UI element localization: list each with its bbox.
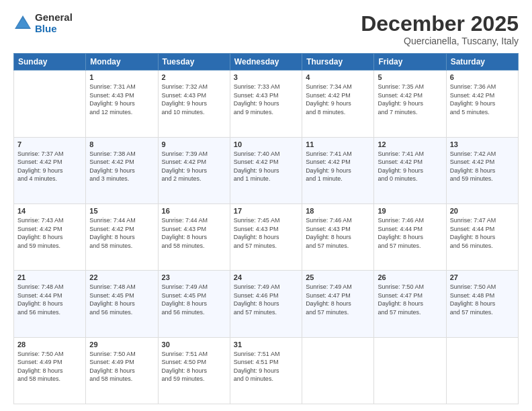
calendar-cell: 15Sunrise: 7:44 AM Sunset: 4:42 PM Dayli… xyxy=(86,203,158,270)
day-number: 8 xyxy=(89,140,154,148)
calendar-cell: 29Sunrise: 7:50 AM Sunset: 4:49 PM Dayli… xyxy=(86,337,158,404)
calendar-week-5: 28Sunrise: 7:50 AM Sunset: 4:49 PM Dayli… xyxy=(14,337,519,404)
day-info: Sunrise: 7:41 AM Sunset: 4:42 PM Dayligh… xyxy=(378,150,442,183)
day-number: 31 xyxy=(234,340,298,349)
day-info: Sunrise: 7:40 AM Sunset: 4:42 PM Dayligh… xyxy=(234,150,298,183)
svg-marker-1 xyxy=(16,18,30,28)
day-number: 26 xyxy=(378,273,442,281)
day-number: 22 xyxy=(89,273,154,281)
day-info: Sunrise: 7:49 AM Sunset: 4:47 PM Dayligh… xyxy=(306,283,370,316)
calendar-week-1: 1Sunrise: 7:31 AM Sunset: 4:43 PM Daylig… xyxy=(14,71,519,137)
day-info: Sunrise: 7:46 AM Sunset: 4:43 PM Dayligh… xyxy=(306,216,370,250)
calendar-cell: 5Sunrise: 7:35 AM Sunset: 4:42 PM Daylig… xyxy=(374,71,446,137)
day-number: 6 xyxy=(450,73,515,81)
logo-icon xyxy=(13,14,32,33)
day-number: 19 xyxy=(378,207,442,215)
day-number: 3 xyxy=(234,73,298,81)
day-number: 11 xyxy=(306,140,370,148)
calendar-cell: 21Sunrise: 7:48 AM Sunset: 4:44 PM Dayli… xyxy=(14,271,86,337)
day-info: Sunrise: 7:43 AM Sunset: 4:42 PM Dayligh… xyxy=(17,216,82,250)
day-info: Sunrise: 7:50 AM Sunset: 4:49 PM Dayligh… xyxy=(89,350,154,383)
day-number: 9 xyxy=(162,140,226,148)
calendar-header-row: SundayMondayTuesdayWednesdayThursdayFrid… xyxy=(14,54,519,71)
day-info: Sunrise: 7:48 AM Sunset: 4:44 PM Dayligh… xyxy=(17,283,82,316)
day-number: 29 xyxy=(89,340,154,349)
day-number: 2 xyxy=(162,73,226,81)
calendar-week-2: 7Sunrise: 7:37 AM Sunset: 4:42 PM Daylig… xyxy=(14,137,519,203)
calendar-cell: 22Sunrise: 7:48 AM Sunset: 4:45 PM Dayli… xyxy=(86,271,158,337)
day-info: Sunrise: 7:39 AM Sunset: 4:42 PM Dayligh… xyxy=(162,150,226,183)
calendar-cell: 3Sunrise: 7:33 AM Sunset: 4:43 PM Daylig… xyxy=(230,71,302,137)
calendar-cell: 24Sunrise: 7:49 AM Sunset: 4:46 PM Dayli… xyxy=(230,271,302,337)
day-header-saturday: Saturday xyxy=(446,54,518,71)
day-info: Sunrise: 7:51 AM Sunset: 4:50 PM Dayligh… xyxy=(162,350,226,383)
calendar-cell: 9Sunrise: 7:39 AM Sunset: 4:42 PM Daylig… xyxy=(158,137,230,203)
calendar-cell: 20Sunrise: 7:47 AM Sunset: 4:44 PM Dayli… xyxy=(446,203,518,270)
day-number: 25 xyxy=(306,273,370,281)
calendar-cell: 13Sunrise: 7:42 AM Sunset: 4:42 PM Dayli… xyxy=(446,137,518,203)
day-number: 30 xyxy=(162,340,226,349)
day-number: 23 xyxy=(162,273,226,281)
calendar-cell: 2Sunrise: 7:32 AM Sunset: 4:43 PM Daylig… xyxy=(158,71,230,137)
calendar-cell: 27Sunrise: 7:50 AM Sunset: 4:48 PM Dayli… xyxy=(446,271,518,337)
day-info: Sunrise: 7:51 AM Sunset: 4:51 PM Dayligh… xyxy=(234,350,298,383)
calendar-cell: 12Sunrise: 7:41 AM Sunset: 4:42 PM Dayli… xyxy=(374,137,446,203)
day-header-friday: Friday xyxy=(374,54,446,71)
logo: General Blue xyxy=(13,12,73,34)
calendar-cell: 4Sunrise: 7:34 AM Sunset: 4:42 PM Daylig… xyxy=(302,71,374,137)
calendar-cell xyxy=(302,337,374,404)
header: General Blue December 2025 Quercianella,… xyxy=(13,12,519,46)
calendar-cell: 11Sunrise: 7:41 AM Sunset: 4:42 PM Dayli… xyxy=(302,137,374,203)
day-number: 20 xyxy=(450,207,515,215)
day-number: 7 xyxy=(17,140,82,148)
day-info: Sunrise: 7:37 AM Sunset: 4:42 PM Dayligh… xyxy=(17,150,82,183)
calendar-cell: 17Sunrise: 7:45 AM Sunset: 4:43 PM Dayli… xyxy=(230,203,302,270)
calendar-week-4: 21Sunrise: 7:48 AM Sunset: 4:44 PM Dayli… xyxy=(14,271,519,337)
title-block: December 2025 Quercianella, Tuscany, Ita… xyxy=(361,12,519,46)
calendar-cell xyxy=(446,337,518,404)
day-info: Sunrise: 7:50 AM Sunset: 4:47 PM Dayligh… xyxy=(378,283,442,316)
day-info: Sunrise: 7:33 AM Sunset: 4:43 PM Dayligh… xyxy=(234,83,298,116)
calendar-cell: 28Sunrise: 7:50 AM Sunset: 4:49 PM Dayli… xyxy=(14,337,86,404)
page: General Blue December 2025 Quercianella,… xyxy=(0,0,532,411)
day-info: Sunrise: 7:31 AM Sunset: 4:43 PM Dayligh… xyxy=(89,83,154,116)
calendar-cell: 6Sunrise: 7:36 AM Sunset: 4:42 PM Daylig… xyxy=(446,71,518,137)
day-header-monday: Monday xyxy=(86,54,158,71)
day-info: Sunrise: 7:34 AM Sunset: 4:42 PM Dayligh… xyxy=(306,83,370,116)
day-header-sunday: Sunday xyxy=(14,54,86,71)
day-number: 21 xyxy=(17,273,82,281)
logo-blue: Blue xyxy=(35,24,73,35)
day-number: 14 xyxy=(17,207,82,215)
day-number: 5 xyxy=(378,73,442,81)
day-number: 12 xyxy=(378,140,442,148)
calendar-cell: 1Sunrise: 7:31 AM Sunset: 4:43 PM Daylig… xyxy=(86,71,158,137)
day-number: 27 xyxy=(450,273,515,281)
day-number: 18 xyxy=(306,207,370,215)
day-header-tuesday: Tuesday xyxy=(158,54,230,71)
day-number: 4 xyxy=(306,73,370,81)
day-number: 15 xyxy=(89,207,154,215)
calendar-table: SundayMondayTuesdayWednesdayThursdayFrid… xyxy=(13,53,519,404)
calendar-cell: 30Sunrise: 7:51 AM Sunset: 4:50 PM Dayli… xyxy=(158,337,230,404)
calendar-cell: 14Sunrise: 7:43 AM Sunset: 4:42 PM Dayli… xyxy=(14,203,86,270)
day-info: Sunrise: 7:47 AM Sunset: 4:44 PM Dayligh… xyxy=(450,216,515,250)
day-info: Sunrise: 7:36 AM Sunset: 4:42 PM Dayligh… xyxy=(450,83,515,116)
day-number: 28 xyxy=(17,340,82,349)
calendar-cell: 10Sunrise: 7:40 AM Sunset: 4:42 PM Dayli… xyxy=(230,137,302,203)
logo-text: General Blue xyxy=(35,12,73,34)
day-header-thursday: Thursday xyxy=(302,54,374,71)
day-info: Sunrise: 7:49 AM Sunset: 4:45 PM Dayligh… xyxy=(162,283,226,316)
day-number: 17 xyxy=(234,207,298,215)
location: Quercianella, Tuscany, Italy xyxy=(361,36,519,46)
day-info: Sunrise: 7:49 AM Sunset: 4:46 PM Dayligh… xyxy=(234,283,298,316)
day-number: 24 xyxy=(234,273,298,281)
day-number: 1 xyxy=(89,73,154,81)
day-number: 13 xyxy=(450,140,515,148)
day-number: 16 xyxy=(162,207,226,215)
day-info: Sunrise: 7:44 AM Sunset: 4:43 PM Dayligh… xyxy=(162,216,226,250)
calendar-cell xyxy=(14,71,86,137)
calendar-cell: 26Sunrise: 7:50 AM Sunset: 4:47 PM Dayli… xyxy=(374,271,446,337)
calendar-cell: 8Sunrise: 7:38 AM Sunset: 4:42 PM Daylig… xyxy=(86,137,158,203)
day-header-wednesday: Wednesday xyxy=(230,54,302,71)
logo-general: General xyxy=(35,12,73,24)
